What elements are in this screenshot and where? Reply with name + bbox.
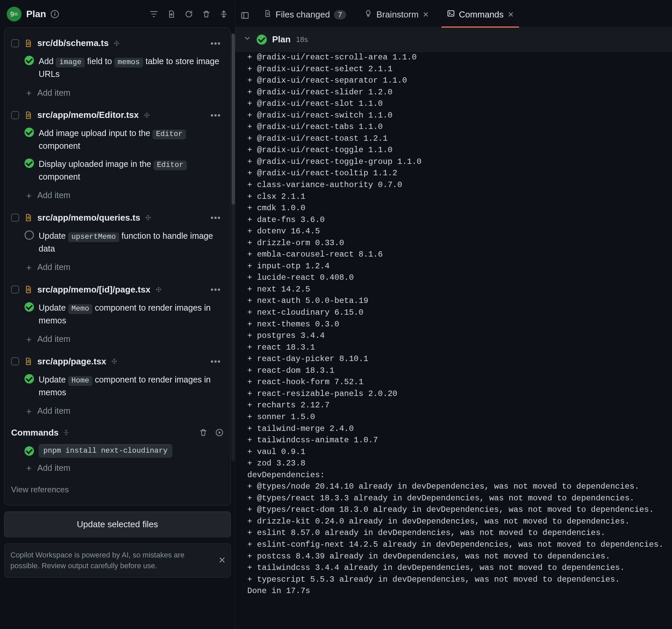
task-row[interactable]: Update Memo component to render images i… <box>10 300 225 330</box>
commands-header: Commands <box>10 425 225 443</box>
tab-bar: Files changed 7 Brainstorm ✕ Commands ✕ <box>235 0 672 28</box>
file-header: src/app/page.tsx••• <box>10 354 225 372</box>
add-file-icon[interactable] <box>167 10 176 19</box>
drag-handle-icon[interactable] <box>111 358 118 365</box>
more-menu-icon[interactable]: ••• <box>211 211 224 224</box>
chevron-down-icon[interactable] <box>243 33 251 46</box>
terminal-line: + vaul 0.9.1 <box>247 446 672 458</box>
close-icon[interactable]: ✕ <box>423 9 429 20</box>
terminal-line: + tailwindcss 3.4.4 already in devDepend… <box>247 562 672 574</box>
collapse-icon[interactable] <box>219 10 228 19</box>
trash-icon[interactable] <box>199 428 208 437</box>
avatar[interactable]: 9= <box>7 7 22 22</box>
left-panel: 9= Plan i src/db/schema.ts•••Add image f… <box>0 0 235 629</box>
terminal-line: + next 14.2.5 <box>247 284 672 296</box>
more-menu-icon[interactable]: ••• <box>211 283 224 296</box>
more-menu-icon[interactable]: ••• <box>211 37 224 49</box>
terminal-line: + @radix-ui/react-toggle-group 1.1.0 <box>247 156 672 168</box>
task-row[interactable]: Update upsertMemo function to handle ima… <box>10 228 225 258</box>
checkbox[interactable] <box>11 213 19 222</box>
file-path[interactable]: src/app/memo/queries.ts <box>37 211 140 224</box>
task-text: Update upsertMemo function to handle ima… <box>39 230 224 255</box>
drag-handle-icon[interactable] <box>113 40 120 47</box>
lightbulb-icon <box>364 8 372 21</box>
close-icon[interactable]: ✕ <box>218 554 226 567</box>
status-done-icon <box>25 374 34 383</box>
checkbox[interactable] <box>11 285 19 294</box>
tab-files-changed[interactable]: Files changed 7 <box>256 3 354 27</box>
play-icon[interactable] <box>215 428 224 437</box>
ai-notice-text: Copilot Workspace is powered by AI, so m… <box>10 551 185 570</box>
drag-handle-icon[interactable] <box>143 112 150 119</box>
task-text: Update Home component to render images i… <box>39 373 224 399</box>
add-item-button[interactable]: ＋Add item <box>10 84 225 101</box>
terminal-line: + next-themes 0.3.0 <box>247 319 672 330</box>
file-path[interactable]: src/app/memo/Editor.tsx <box>37 108 139 122</box>
scrollbar[interactable] <box>232 33 235 461</box>
terminal-line: + @radix-ui/react-slot 1.1.0 <box>247 98 672 110</box>
status-done-icon <box>25 56 34 65</box>
terminal-line: + class-variance-authority 0.7.0 <box>247 179 672 191</box>
svg-rect-1 <box>242 12 248 18</box>
info-icon[interactable]: i <box>51 10 59 18</box>
checkbox[interactable] <box>11 111 19 119</box>
terminal-line: + tailwind-merge 2.4.0 <box>247 423 672 435</box>
terminal-line: + drizzle-kit 0.24.0 already in devDepen… <box>247 516 672 528</box>
tab-brainstorm[interactable]: Brainstorm ✕ <box>357 3 436 27</box>
add-item-label: Add item <box>37 86 71 99</box>
file-path[interactable]: src/db/schema.ts <box>37 36 109 50</box>
panel-toggle-icon[interactable] <box>241 11 249 20</box>
add-item-button[interactable]: ＋ Add item <box>10 459 225 477</box>
plus-icon: ＋ <box>25 463 33 472</box>
drag-handle-icon[interactable] <box>155 286 162 293</box>
update-selected-files-button[interactable]: Update selected files <box>4 511 231 537</box>
add-item-button[interactable]: ＋Add item <box>10 330 225 348</box>
task-row[interactable]: Display uploaded image in the Editor com… <box>10 156 225 187</box>
view-references-link[interactable]: View references <box>8 476 227 498</box>
file-diff-icon <box>24 39 32 48</box>
task-row[interactable]: Add image field to memos table to store … <box>10 53 225 84</box>
checkbox[interactable] <box>11 357 19 366</box>
terminal-line: + clsx 2.1.1 <box>247 191 672 203</box>
terminal-line: + @types/react-dom 18.3.0 already in dev… <box>247 504 672 516</box>
terminal-line: + dotenv 16.4.5 <box>247 226 672 237</box>
add-item-label: Add item <box>37 462 71 475</box>
drag-handle-icon[interactable] <box>63 429 70 436</box>
file-path[interactable]: src/app/memo/[id]/page.tsx <box>37 283 150 296</box>
run-duration: 18s <box>296 34 308 45</box>
close-icon[interactable]: ✕ <box>508 9 514 20</box>
terminal-line: + recharts 2.12.7 <box>247 400 672 411</box>
terminal-line: + embla-carousel-react 8.1.6 <box>247 249 672 260</box>
add-item-button[interactable]: ＋Add item <box>10 402 225 420</box>
command-run-header[interactable]: Plan 18s <box>235 28 672 52</box>
status-done-icon <box>25 302 34 312</box>
trash-icon[interactable] <box>202 10 211 19</box>
more-menu-icon[interactable]: ••• <box>211 355 224 368</box>
task-row[interactable]: Add image upload input to the Editor com… <box>10 125 225 156</box>
terminal-line: + react-resizable-panels 2.0.20 <box>247 388 672 400</box>
terminal-line: + cmdk 1.0.0 <box>247 202 672 214</box>
terminal-line: + react 18.3.1 <box>247 342 672 354</box>
terminal-line: + eslint 8.57.0 already in devDependenci… <box>247 527 672 539</box>
terminal-line: + @radix-ui/react-separator 1.1.0 <box>247 75 672 86</box>
task-text: Display uploaded image in the Editor com… <box>39 158 224 183</box>
task-row[interactable]: Update Home component to render images i… <box>10 372 225 402</box>
file-group: src/app/memo/queries.ts•••Update upsertM… <box>8 206 227 278</box>
more-menu-icon[interactable]: ••• <box>211 109 224 121</box>
checkbox[interactable] <box>11 39 19 47</box>
filter-icon[interactable] <box>149 10 158 19</box>
tab-commands[interactable]: Commands ✕ <box>439 3 521 27</box>
terminal-line: + typescript 5.5.3 already in devDepende… <box>247 574 672 586</box>
terminal-line: Done in 17.7s <box>247 585 672 597</box>
command-row[interactable]: pnpm install next-cloudinary <box>10 443 225 459</box>
terminal-output: + @radix-ui/react-scroll-area 1.1.0+ @ra… <box>235 52 672 629</box>
svg-rect-2 <box>448 11 454 16</box>
scrollbar-thumb[interactable] <box>232 33 235 204</box>
terminal-line: + react-day-picker 8.10.1 <box>247 353 672 365</box>
drag-handle-icon[interactable] <box>145 214 151 221</box>
add-item-button[interactable]: ＋Add item <box>10 186 225 204</box>
file-path[interactable]: src/app/page.tsx <box>37 355 106 368</box>
add-item-button[interactable]: ＋Add item <box>10 258 225 276</box>
terminal-line: + react-hook-form 7.52.1 <box>247 376 672 388</box>
refresh-icon[interactable] <box>185 10 193 19</box>
